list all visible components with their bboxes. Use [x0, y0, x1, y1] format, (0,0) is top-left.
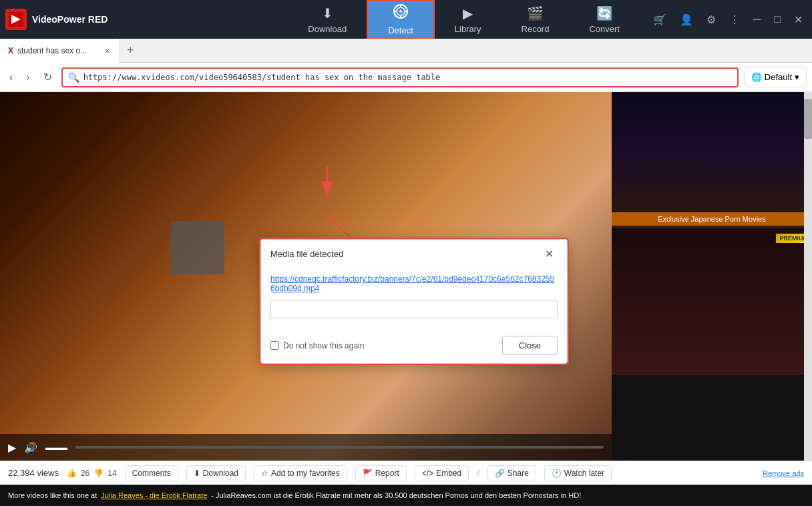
favorites-button[interactable]: ☆ Add to my favorites [254, 465, 347, 481]
url-input-wrapper: 🔍 [61, 67, 739, 87]
watch-later-label: Watch later [564, 469, 604, 478]
share-icon: 🔗 [495, 469, 505, 478]
nav-record-label: Record [522, 24, 550, 34]
convert-icon: 🔄 [596, 5, 613, 21]
refresh-button[interactable]: ↻ [39, 68, 56, 86]
scrollbar[interactable] [804, 92, 812, 461]
views-label: views [37, 468, 59, 478]
ad-image-2: PREMIUM [612, 228, 812, 375]
nav-convert[interactable]: 🔄 Convert [569, 0, 640, 39]
favorites-icon: ☆ [261, 469, 268, 478]
nav-convert-label: Convert [589, 24, 620, 34]
detect-icon [393, 3, 409, 23]
download-label: Download [203, 469, 238, 478]
dialog-footer: Do not show this again Close [261, 336, 567, 363]
dialog-link[interactable]: https://cdneqc.trafficfactory.biz/banner… [270, 274, 558, 293]
report-label: Report [375, 469, 399, 478]
ad-image-1: Exclusive Japanese Porn Movies [612, 92, 812, 226]
download-icon: ⬇ [322, 5, 333, 21]
nav-detect-label: Detect [388, 25, 413, 35]
banner-suffix: - JuliaReaves.com ist die Erotik Flatrat… [211, 491, 581, 499]
separator: / [477, 468, 479, 478]
share-label: Share [508, 469, 529, 478]
app-logo: VideoPower RED [5, 9, 108, 30]
dialog-title: Media file detected [270, 249, 343, 259]
play-button[interactable]: ▶ [8, 441, 16, 454]
action-bar: 22,394 views 👍 26 👎 14 Comments ⬇ Downlo… [0, 461, 812, 485]
close-icon[interactable]: ✕ [790, 11, 807, 29]
library-icon: ▶ [463, 5, 473, 21]
nav-download-label: Download [308, 24, 347, 34]
embed-icon: </> [422, 469, 433, 478]
download-action-icon: ⬇ [194, 469, 200, 478]
dialog-close-button[interactable]: ✕ [541, 246, 558, 262]
watch-later-icon: 🕐 [552, 469, 562, 478]
sidebar-ads: Exclusive Japanese Porn Movies PREMIUM [612, 92, 812, 461]
likes-count: 26 [81, 469, 89, 478]
region-label: Default [765, 72, 792, 82]
favorites-label: Add to my favorites [271, 469, 340, 478]
record-icon: 🎬 [527, 5, 544, 21]
thumbdown-icon: 👎 [93, 469, 104, 478]
nav-download[interactable]: ⬇ Download [288, 0, 367, 39]
volume-bar[interactable]: ▬▬▬ [45, 443, 67, 451]
tab-close-button[interactable]: × [104, 44, 112, 57]
chevron-down-icon: ▾ [795, 72, 799, 82]
titlebar: VideoPower RED ⬇ Download Detect ▶ [0, 0, 812, 39]
embed-button[interactable]: </> Embed [415, 465, 469, 481]
banner-link[interactable]: Julia Reaves - die Erotik Flatrate [101, 491, 207, 499]
back-button[interactable]: ‹ [5, 69, 17, 86]
comments-button[interactable]: Comments [125, 465, 178, 481]
share-button[interactable]: 🔗 Share [487, 465, 536, 481]
app-logo-icon [5, 9, 27, 30]
dislikes-count: 14 [108, 469, 116, 478]
watch-later-button[interactable]: 🕐 Watch later [544, 465, 612, 481]
video-progress-bar[interactable] [75, 446, 604, 449]
url-input[interactable] [83, 73, 732, 82]
forward-button[interactable]: › [22, 69, 33, 86]
dialog-close-btn[interactable]: Close [502, 336, 558, 355]
embed-label: Embed [436, 469, 461, 478]
ad-block-2: PREMIUM [612, 228, 812, 375]
svg-point-4 [399, 10, 402, 13]
banner-prefix: More videos like this one at [8, 491, 97, 499]
titlebar-controls: 🛒 👤 ⚙ ⋮ ─ □ ✕ [649, 11, 807, 29]
user-icon[interactable]: 👤 [676, 11, 697, 29]
dont-show-checkbox[interactable]: Do not show this again [270, 341, 364, 350]
app-name: VideoPower RED [32, 14, 108, 25]
video-controls: ▶ 🔊 ▬▬▬ [0, 434, 612, 461]
region-select[interactable]: 🌐 Default ▾ [744, 67, 807, 87]
cart-icon[interactable]: 🛒 [649, 11, 670, 29]
main-content: ▶ 🔊 ▬▬▬ Exclusive Japanese Porn Movies P… [0, 92, 812, 461]
tab-add-button[interactable]: + [120, 43, 141, 57]
dialog-header: Media file detected ✕ [261, 240, 567, 266]
more-icon[interactable]: ⋮ [725, 11, 744, 29]
scrollbar-thumb[interactable] [804, 99, 812, 139]
browser-tab[interactable]: X student has sex o... × [0, 39, 120, 63]
nav-library-label: Library [455, 24, 481, 34]
dont-show-input[interactable] [270, 341, 279, 350]
download-button[interactable]: ⬇ Download [186, 465, 246, 481]
ad-block-1: Exclusive Japanese Porn Movies [612, 92, 812, 226]
dialog-input[interactable] [270, 300, 558, 318]
report-button[interactable]: 🚩 Report [355, 465, 407, 481]
search-icon: 🔍 [68, 72, 79, 83]
address-bar: ‹ › ↻ 🔍 🌐 Default ▾ [0, 63, 812, 92]
settings-icon[interactable]: ⚙ [702, 11, 720, 29]
nav-library[interactable]: ▶ Library [435, 0, 501, 39]
bottom-banner: More videos like this one at Julia Reave… [0, 485, 812, 506]
tab-bar: X student has sex o... × + [0, 39, 812, 63]
views-number: 22,394 [8, 468, 35, 478]
maximize-icon[interactable]: □ [770, 11, 785, 28]
tab-title: student has sex o... [17, 46, 99, 55]
remove-ads-link[interactable]: Remove ads [763, 469, 804, 477]
dialog-body: https://cdneqc.trafficfactory.biz/banner… [261, 266, 567, 336]
report-icon: 🚩 [363, 469, 373, 478]
nav-record[interactable]: 🎬 Record [501, 0, 570, 39]
globe-icon: 🌐 [751, 72, 762, 82]
ad-label-1[interactable]: Exclusive Japanese Porn Movies [612, 212, 812, 226]
minimize-icon[interactable]: ─ [749, 11, 765, 28]
nav-detect[interactable]: Detect [367, 0, 435, 39]
volume-icon[interactable]: 🔊 [24, 441, 37, 454]
like-dislike: 👍 26 👎 14 [67, 469, 117, 478]
